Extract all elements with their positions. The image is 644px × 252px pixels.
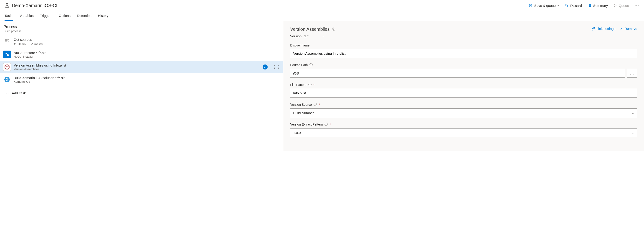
branch-indicator: master [30,42,44,46]
svg-rect-0 [6,4,8,5]
field-display-name: Display name [290,44,637,58]
task-pane: Process Build process Get sources Demo [0,21,283,151]
tab-retention[interactable]: Retention [77,12,92,21]
version-select[interactable]: 2.* ⌄ [304,34,324,38]
chevron-down-icon: ▾ [558,4,559,7]
svg-text:X: X [6,78,8,81]
add-task-button[interactable]: ＋ Add Task [0,86,283,100]
display-name-input[interactable] [290,49,637,58]
details-header: Version Assemblies ⓘ Link settings [290,27,637,32]
chevron-down-icon: ⌄ [322,34,325,38]
task-row-xamarin[interactable]: X Build Xamarin.iOS solution **/*.sln Xa… [0,73,283,86]
source-path-input[interactable] [290,69,625,78]
remove-button[interactable]: Remove [620,27,637,31]
task-text: NuGet restore **/*.sln NuGet Installer [14,51,46,58]
field-file-pattern: File Pattern ⓘ * [290,83,637,98]
version-label: Version [290,34,302,38]
repo-icon [14,43,16,46]
tab-bar: Tasks Variables Triggers Options Retenti… [0,10,644,21]
task-subtitle: NuGet Installer [14,55,46,58]
toolbar: Save & queue ▾ Discard Summary [528,3,640,8]
svg-marker-7 [614,4,616,7]
version-value: 2.* [304,34,308,38]
list-icon [587,4,592,8]
task-row-version-assemblies[interactable]: Version Assemblies using Info.plist Vers… [0,61,283,73]
version-selector[interactable]: Version 2.* ⌄ [290,34,637,38]
queue-button[interactable]: Queue [613,4,629,8]
display-name-label: Display name [290,44,310,47]
play-icon [613,4,617,7]
file-pattern-label: File Pattern [290,83,306,87]
task-subtitle: Version Assemblies [14,68,66,71]
version-icon [3,63,11,71]
summary-label: Summary [593,4,608,8]
task-text: Version Assemblies using Info.plist Vers… [14,63,66,71]
info-icon[interactable]: ⓘ [324,122,328,126]
version-extract-select[interactable]: 1.0.0 ⌄ [290,128,637,137]
task-title: Build Xamarin.iOS solution **/*.sln [14,76,66,80]
branch-name: master [34,42,44,46]
repo-name: Demo [18,42,26,46]
svg-point-14 [31,43,31,43]
chevron-down-icon: ⌄ [632,131,634,134]
field-source-path: Source Path ⓘ … [290,63,637,78]
svg-point-16 [32,43,32,44]
file-pattern-input[interactable] [290,89,637,98]
required-indicator: * [318,103,320,106]
title-area: Demo-Xamarin.iOS-CI [4,3,57,8]
link-settings-button[interactable]: Link settings [592,27,615,31]
tab-variables[interactable]: Variables [20,12,34,21]
browse-button[interactable]: … [627,69,637,78]
info-icon[interactable]: ⓘ [332,27,335,32]
tab-history[interactable]: History [98,12,108,21]
required-indicator: * [313,83,314,87]
get-sources-row[interactable]: Get sources Demo [0,35,283,48]
svg-point-18 [6,54,9,56]
version-source-select[interactable]: Build Number ⌄ [290,108,637,117]
discard-label: Discard [570,4,582,8]
discard-button[interactable]: Discard [564,4,582,8]
nuget-icon [3,51,11,58]
xamarin-icon: X [3,76,11,83]
save-queue-button[interactable]: Save & queue ▾ [528,4,559,8]
pipeline-title: Demo-Xamarin.iOS-CI [12,3,57,8]
version-extract-label: Version Extract Pattern [290,123,323,126]
field-version-extract: Version Extract Pattern ⓘ * 1.0.0 ⌄ [290,122,637,137]
task-title: NuGet restore **/*.sln [14,51,46,55]
task-row-nuget[interactable]: NuGet restore **/*.sln NuGet Installer [0,48,283,61]
link-icon [592,27,595,31]
tab-triggers[interactable]: Triggers [40,12,52,21]
page-header: Demo-Xamarin.iOS-CI Save & queue ▾ Disca… [0,0,644,10]
main-content: Process Build process Get sources Demo [0,21,644,151]
source-path-label: Source Path [290,63,308,67]
process-title: Process [4,25,278,29]
check-badge [262,65,268,70]
info-icon[interactable]: ⓘ [314,103,317,107]
task-text: Build Xamarin.iOS solution **/*.sln Xama… [14,76,66,83]
close-icon [620,27,623,30]
info-icon[interactable]: ⓘ [310,63,313,67]
process-header[interactable]: Process Build process [0,21,283,35]
queue-label: Queue [619,4,629,8]
tab-tasks[interactable]: Tasks [4,12,13,21]
field-version-source: Version Source ⓘ * Build Number ⌄ [290,103,637,117]
more-menu-button[interactable]: ⋯ [634,3,640,8]
repo-indicator: Demo [14,42,26,46]
details-title: Version Assemblies [290,27,330,32]
task-subtitle: Xamarin.iOS [14,80,66,83]
svg-marker-13 [14,43,16,45]
chevron-down-icon: ⌄ [632,111,634,115]
process-subtitle: Build process [4,29,278,33]
get-sources-title: Get sources [14,38,43,42]
tab-options[interactable]: Options [59,12,70,21]
drag-handle-icon[interactable]: ⋮⋮ [272,66,280,68]
details-pane: Version Assemblies ⓘ Link settings [283,21,644,151]
svg-point-17 [6,53,7,55]
pipeline-icon [4,3,10,8]
get-sources-text: Get sources Demo [14,38,43,46]
svg-point-15 [31,45,31,45]
summary-button[interactable]: Summary [587,4,608,8]
info-icon[interactable]: ⓘ [308,83,312,87]
task-title: Version Assemblies using Info.plist [14,63,66,67]
save-icon [528,4,532,8]
